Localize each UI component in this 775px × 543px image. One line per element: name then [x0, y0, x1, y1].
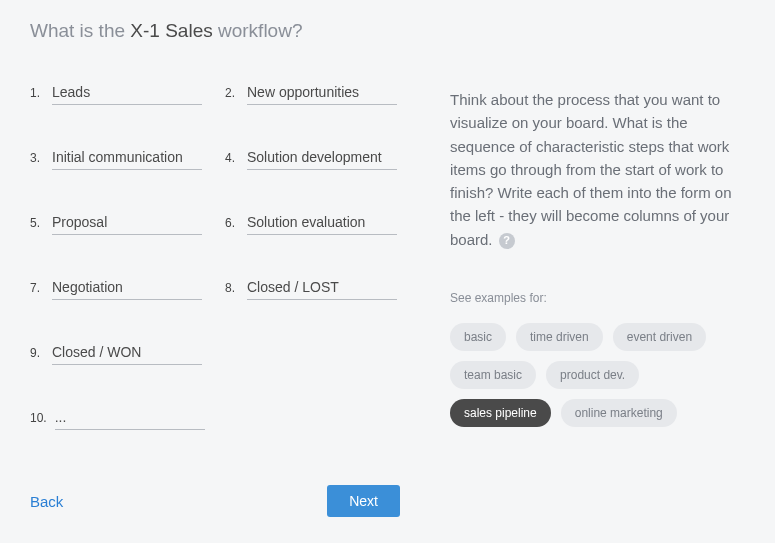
step-number: 3.	[30, 151, 44, 165]
step-input[interactable]	[55, 407, 205, 430]
step-input[interactable]	[52, 212, 202, 235]
example-tag-time-driven[interactable]: time driven	[516, 323, 603, 351]
step-input[interactable]	[52, 82, 202, 105]
step-number: 5.	[30, 216, 44, 230]
example-tags: basictime drivenevent driventeam basicpr…	[450, 323, 745, 427]
example-tag-product-dev-[interactable]: product dev.	[546, 361, 639, 389]
workflow-step: 7.	[30, 277, 205, 300]
workflow-step: 10.	[30, 407, 205, 430]
description-text: Think about the process that you want to…	[450, 88, 745, 251]
step-number: 1.	[30, 86, 44, 100]
step-input[interactable]	[247, 82, 397, 105]
examples-label: See examples for:	[450, 291, 745, 305]
back-button[interactable]: Back	[30, 493, 63, 510]
step-input[interactable]	[52, 342, 202, 365]
step-input[interactable]	[247, 277, 397, 300]
title-highlight: X-1 Sales	[130, 20, 212, 41]
example-tag-sales-pipeline[interactable]: sales pipeline	[450, 399, 551, 427]
step-number: 7.	[30, 281, 44, 295]
step-number: 8.	[225, 281, 239, 295]
step-number: 10.	[30, 411, 47, 425]
workflow-step: 2.	[225, 82, 400, 105]
step-number: 2.	[225, 86, 239, 100]
step-number: 4.	[225, 151, 239, 165]
step-input[interactable]	[247, 147, 397, 170]
title-prefix: What is the	[30, 20, 130, 41]
step-number: 9.	[30, 346, 44, 360]
example-tag-event-driven[interactable]: event driven	[613, 323, 706, 351]
step-number: 6.	[225, 216, 239, 230]
workflow-step: 6.	[225, 212, 400, 235]
workflow-step: 3.	[30, 147, 205, 170]
workflow-step: 5.	[30, 212, 205, 235]
workflow-step: 8.	[225, 277, 400, 300]
help-icon[interactable]: ?	[499, 233, 515, 249]
page-title: What is the X-1 Sales workflow?	[30, 20, 745, 42]
step-input[interactable]	[52, 147, 202, 170]
description-body: Think about the process that you want to…	[450, 91, 732, 248]
example-tag-online-marketing[interactable]: online marketing	[561, 399, 677, 427]
workflow-form: 1.2.3.4.5.6.7.8.9.10.	[30, 82, 400, 430]
title-suffix: workflow?	[213, 20, 303, 41]
example-tag-team-basic[interactable]: team basic	[450, 361, 536, 389]
workflow-step: 9.	[30, 342, 205, 365]
step-input[interactable]	[247, 212, 397, 235]
example-tag-basic[interactable]: basic	[450, 323, 506, 351]
step-input[interactable]	[52, 277, 202, 300]
next-button[interactable]: Next	[327, 485, 400, 517]
workflow-step: 1.	[30, 82, 205, 105]
workflow-step: 4.	[225, 147, 400, 170]
